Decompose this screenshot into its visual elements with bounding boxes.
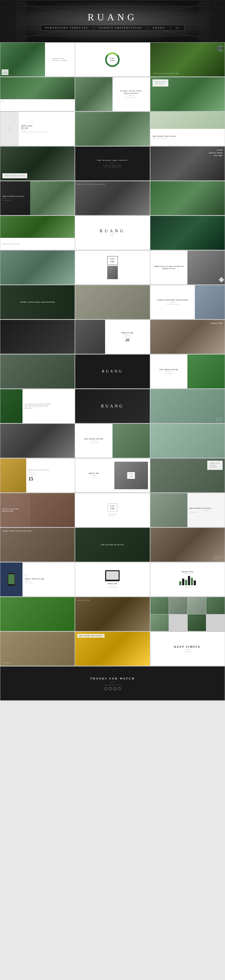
nature-place-label: THE NATURE OF PLACE [5, 175, 25, 177]
sep [21, 130, 26, 130]
sep [185, 649, 190, 650]
grid-5 [150, 614, 169, 631]
cover-subtitle-bar: POWERPOINT TEMPLATE Agency presentation … [40, 25, 184, 31]
num-badge: .01 [125, 338, 130, 342]
row-5: THE NATURE OF PLACE Lorem ipsum MEET YOU… [0, 181, 225, 216]
woods-label: THE WOODS ARE LOVELY [152, 135, 223, 137]
green-nat-label: THE GREEN NATURE [160, 369, 179, 371]
ruang-center: RUANG [79, 404, 146, 409]
social-icons-row: f t in y [104, 687, 121, 690]
nat-place-dark: THE NATURE OF PLACE [79, 544, 146, 546]
woods-sub: Lorem ipsum dolor sit ametconsectetur ad… [104, 164, 122, 168]
dark-man-bg [0, 320, 75, 354]
ruang-brand: RUANG [100, 229, 126, 233]
about-me-tab: ABOUT ME [107, 582, 118, 585]
leaf-text: In every walk with natureone receives mo… [25, 403, 73, 409]
sep [166, 371, 172, 372]
about-me-overlay: ABOUT ME [211, 322, 223, 325]
adv-text: Lorem ipsum dolor [166, 303, 179, 305]
slide-green-field [75, 111, 150, 146]
tropical-bg [150, 216, 225, 250]
leaf-photo [0, 389, 22, 423]
hex-shape [217, 47, 222, 50]
row-4: THE NATURE OF PLACE THE WOODS ARE LOVELY… [0, 146, 225, 181]
slide-circle-chart: NATURE [75, 42, 150, 77]
about-sub: lorem [92, 477, 96, 479]
slide-story: STORY ABOUT WHOWE ARE Lorem ipsum dolor … [0, 111, 75, 146]
nature-green-bg [0, 597, 75, 631]
slide-mountains: 15 [150, 423, 225, 458]
tablet-sub: Lorem ipsum dolor [106, 587, 118, 589]
sep [204, 510, 209, 511]
slide-landscape-wide [0, 250, 75, 285]
row-1: food Lorem ipsumdolor sit amet NATURE [0, 42, 225, 77]
woods-lovely2: THE WOODS ARE LOVELY [77, 634, 105, 638]
slide-man-dark [0, 320, 75, 354]
row-7: NAT URE SIMPLICITY IS THE NATURE OF GREA… [0, 250, 225, 285]
row-11: In every walk with natureone receives mo… [0, 389, 225, 423]
garden-photo: food [0, 43, 45, 76]
slide-sunflower: THE WOODS ARE LOVELY [75, 632, 150, 666]
people-text: start your ownadventure [213, 555, 223, 560]
building-photo [195, 285, 225, 319]
grid-4 [206, 597, 225, 614]
slide-woman-flowers: START YOUR OWN ADVENTURE [0, 528, 75, 562]
slide-tropical [150, 216, 225, 250]
sep [124, 335, 130, 335]
slide-about-me-tablet: ABOUT ME Lorem ipsum dolor [75, 562, 150, 597]
bar-1 [179, 581, 181, 585]
start-adv-white: START YOUR OWN ADVENTURE [20, 301, 55, 304]
insect-bg [150, 43, 225, 76]
start-adv3: START YOUR OWN ADVENTURE [2, 530, 32, 532]
plant-bg [0, 77, 75, 99]
bar-chart [179, 575, 196, 585]
row-16: 15 ABOUT WHO WE ARE Lorem ipsum ABOUT ME… [0, 562, 225, 597]
keep-close: KEEP CLOSE TO NATURE [28, 469, 73, 471]
row-13: KEEP CLOSE TO NATURE Lorem ipsum 15 ABOU… [0, 458, 225, 493]
row-10: RUANG THE GREEN NATURE Lorem ipsum [0, 354, 225, 389]
pencil-text: Lorem ipsum [77, 599, 89, 601]
slide-nat-ure-box: NAT URE [75, 250, 150, 285]
nat-white-box: NAT URE [108, 503, 117, 512]
grid-8 [206, 614, 225, 631]
phone-icon [7, 573, 15, 586]
slide-pencils: Lorem ipsum [75, 597, 150, 631]
nature-place2: THE NATURE OF PLACE [2, 195, 28, 197]
slide-plants-pots [150, 181, 225, 215]
slide-nature-green [0, 597, 75, 631]
slide-keep-simple: KEEP SIMPLE Lorem ipsum [150, 632, 225, 666]
row-6: Lorem ipsum dolor sit amet RUANG 25 [0, 216, 225, 250]
row-14: START YOUR OWN ADVENTURE NAT URE THE NAT… [0, 493, 225, 528]
slide-photo-collage [150, 597, 225, 631]
sep-line [110, 234, 115, 234]
slide-text: Lorem ipsumdolor sit amet [53, 58, 67, 61]
tw-icon: t [109, 687, 112, 690]
nature-photo [30, 181, 75, 215]
arch-text: your ownadventure [216, 417, 223, 421]
about-who-sub: Lorem ipsum [25, 582, 73, 584]
mtn-text: 15 [221, 426, 223, 428]
woods-center: THE WOODS ARE LOVELY [97, 159, 128, 162]
fern-bg [0, 216, 75, 238]
green-sub: Lorem ipsum [90, 442, 98, 444]
slide-about-me-center: ABOUT ME lorem ipsum .01 [75, 320, 150, 354]
slide-nat-place-dark: THE NATURE OF PLACE [75, 528, 150, 562]
slide-about-me-box: ABOUT ME lorem NATURE [75, 458, 150, 493]
ruang-dark-logo: RUANG [102, 369, 123, 374]
diamond-icon [219, 277, 224, 283]
slide-ruang-logo: RUANG 25 [75, 216, 150, 250]
slide-pineapple: KEEP CLOSE TO NATURE Lorem ipsum 15 [0, 458, 75, 493]
simplicity-photo [187, 251, 225, 285]
phone-bg [0, 563, 22, 597]
bar-3 [185, 580, 187, 585]
cover-divider [93, 26, 94, 29]
grid-1 [150, 597, 169, 614]
phone-screen [8, 574, 14, 584]
slide-nat-ure-white: NAT URE THE NATUREOF PLACE [75, 493, 150, 527]
chart-sub: Lorem ipsum [183, 586, 191, 588]
keep-simple-label: KEEP SIMPLE [174, 645, 201, 649]
slide-green-nature-right: THE GREEN NATURE Lorem ipsum [150, 354, 225, 389]
svg-rect-14 [0, 0, 16, 42]
separator [128, 95, 134, 96]
thanks-label: THANKS FOR WATCH [90, 676, 135, 681]
